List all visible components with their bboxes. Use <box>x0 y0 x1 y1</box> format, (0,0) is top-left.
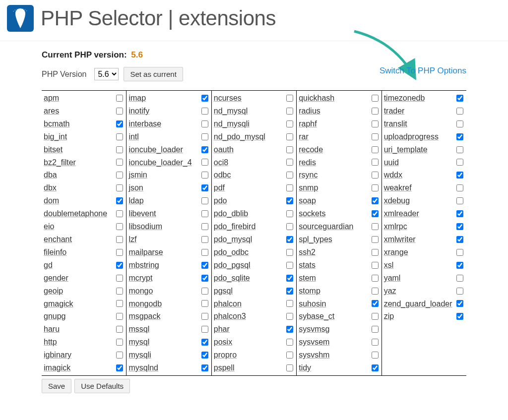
extension-link[interactable]: oauth <box>214 143 234 156</box>
extension-checkbox[interactable] <box>201 223 208 230</box>
extension-link[interactable]: odbc <box>214 169 231 181</box>
extension-checkbox[interactable] <box>372 300 379 307</box>
extension-link[interactable]: phalcon3 <box>214 310 246 323</box>
extension-link[interactable]: msgpack <box>128 310 160 323</box>
extension-link[interactable]: geoip <box>44 285 63 298</box>
extension-link[interactable]: wddx <box>384 169 402 181</box>
extension-link[interactable]: tidy <box>299 361 311 374</box>
extension-link[interactable]: pdo_mysql <box>214 233 252 246</box>
extension-checkbox[interactable] <box>201 339 208 346</box>
extension-link[interactable]: stats <box>299 259 316 272</box>
extension-link[interactable]: yaml <box>384 272 401 285</box>
extension-link[interactable]: quickhash <box>299 92 334 105</box>
extension-link[interactable]: rar <box>299 130 309 143</box>
extension-checkbox[interactable] <box>456 262 463 269</box>
extension-checkbox[interactable] <box>456 159 463 166</box>
extension-link[interactable]: pdo_odbc <box>214 246 249 259</box>
extension-checkbox[interactable] <box>116 288 123 295</box>
extension-checkbox[interactable] <box>372 326 379 333</box>
extension-link[interactable]: raphf <box>299 118 317 130</box>
version-select[interactable]: 5.6 <box>94 68 119 80</box>
extension-checkbox[interactable] <box>456 197 463 204</box>
extension-checkbox[interactable] <box>372 339 379 346</box>
extension-link[interactable]: http <box>44 336 57 349</box>
extension-link[interactable]: uri_template <box>384 143 428 156</box>
extension-link[interactable]: json <box>128 181 143 194</box>
extension-link[interactable]: ssh2 <box>299 246 316 259</box>
extension-checkbox[interactable] <box>116 95 123 102</box>
extension-link[interactable]: mbstring <box>128 259 159 272</box>
extension-checkbox[interactable] <box>286 210 293 217</box>
extension-link[interactable]: nd_mysql <box>214 105 248 118</box>
extension-checkbox[interactable] <box>456 108 463 115</box>
extension-checkbox[interactable] <box>456 249 463 256</box>
extension-checkbox[interactable] <box>201 364 208 371</box>
extension-checkbox[interactable] <box>201 262 208 269</box>
extension-checkbox[interactable] <box>456 288 463 295</box>
extension-link[interactable]: recode <box>299 143 323 156</box>
extension-checkbox[interactable] <box>372 313 379 320</box>
extension-checkbox[interactable] <box>372 223 379 230</box>
extension-link[interactable]: propro <box>214 349 237 361</box>
extension-link[interactable]: xmlrpc <box>384 220 407 233</box>
extension-checkbox[interactable] <box>201 288 208 295</box>
extension-link[interactable]: mssql <box>128 323 149 336</box>
extension-link[interactable]: sysvshm <box>299 349 329 361</box>
extension-checkbox[interactable] <box>372 159 379 166</box>
extension-checkbox[interactable] <box>201 159 208 166</box>
extension-link[interactable]: xrange <box>384 246 408 259</box>
extension-link[interactable]: xdebug <box>384 194 410 207</box>
extension-link[interactable]: libsodium <box>128 220 162 233</box>
extension-checkbox[interactable] <box>116 184 123 191</box>
extension-checkbox[interactable] <box>116 275 123 282</box>
extension-checkbox[interactable] <box>116 133 123 140</box>
extension-checkbox[interactable] <box>286 146 293 153</box>
extension-checkbox[interactable] <box>201 249 208 256</box>
extension-checkbox[interactable] <box>201 95 208 102</box>
extension-checkbox[interactable] <box>456 133 463 140</box>
extension-link[interactable]: big_int <box>44 130 67 143</box>
extension-checkbox[interactable] <box>116 159 123 166</box>
extension-link[interactable]: sourceguardian <box>299 220 353 233</box>
extension-link[interactable]: imagick <box>44 361 70 374</box>
extension-checkbox[interactable] <box>116 223 123 230</box>
extension-link[interactable]: suhosin <box>299 298 326 310</box>
extension-link[interactable]: zend_guard_loader <box>384 298 452 310</box>
extension-checkbox[interactable] <box>372 236 379 243</box>
extension-checkbox[interactable] <box>372 275 379 282</box>
extension-link[interactable]: sockets <box>299 207 325 220</box>
extension-checkbox[interactable] <box>201 146 208 153</box>
extension-checkbox[interactable] <box>201 108 208 115</box>
extension-link[interactable]: gnupg <box>44 310 66 323</box>
extension-checkbox[interactable] <box>116 352 123 359</box>
use-defaults-button[interactable]: Use Defaults <box>74 379 130 393</box>
extension-checkbox[interactable] <box>372 120 379 127</box>
extension-checkbox[interactable] <box>456 236 463 243</box>
extension-checkbox[interactable] <box>116 249 123 256</box>
extension-link[interactable]: mongo <box>128 285 153 298</box>
extension-checkbox[interactable] <box>286 326 293 333</box>
extension-link[interactable]: xmlwriter <box>384 233 416 246</box>
extension-checkbox[interactable] <box>116 364 123 371</box>
extension-checkbox[interactable] <box>116 146 123 153</box>
extension-checkbox[interactable] <box>201 275 208 282</box>
extension-link[interactable]: uploadprogress <box>384 130 439 143</box>
extension-checkbox[interactable] <box>286 352 293 359</box>
extension-link[interactable]: lzf <box>128 233 136 246</box>
switch-to-options-link[interactable]: Switch To PHP Options <box>380 66 466 76</box>
extension-link[interactable]: stem <box>299 272 316 285</box>
extension-checkbox[interactable] <box>116 262 123 269</box>
extension-link[interactable]: fileinfo <box>44 246 66 259</box>
extension-link[interactable]: dbx <box>44 181 57 194</box>
extension-link[interactable]: bz2_filter <box>44 156 76 169</box>
extension-checkbox[interactable] <box>116 210 123 217</box>
extension-checkbox[interactable] <box>286 120 293 127</box>
extension-link[interactable]: libevent <box>128 207 156 220</box>
save-button[interactable]: Save <box>42 379 71 393</box>
extension-checkbox[interactable] <box>286 223 293 230</box>
extension-link[interactable]: pdo <box>214 194 227 207</box>
extension-checkbox[interactable] <box>286 364 293 371</box>
extension-checkbox[interactable] <box>116 172 123 179</box>
extension-checkbox[interactable] <box>286 172 293 179</box>
extension-checkbox[interactable] <box>201 300 208 307</box>
